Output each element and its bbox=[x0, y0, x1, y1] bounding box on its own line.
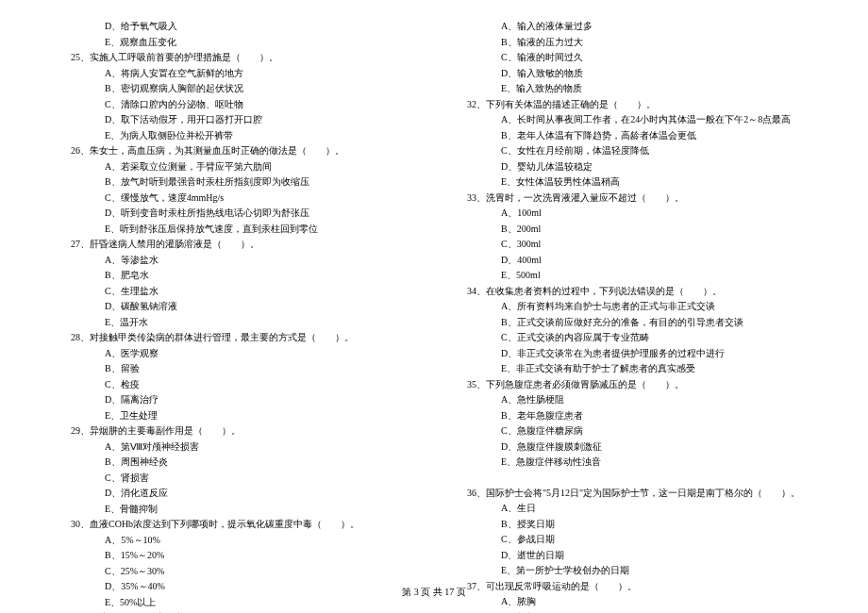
option: E、急腹症伴移动性浊音 bbox=[448, 455, 816, 471]
option: A、输入的液体量过多 bbox=[448, 19, 816, 35]
option: C、肾损害 bbox=[52, 471, 420, 487]
option: A、长时间从事夜间工作者，在24小时内其体温一般在下午2～8点最高 bbox=[448, 112, 816, 128]
option: B、输液的压力过大 bbox=[448, 35, 816, 51]
question-stem: 26、朱女士，高血压病，为其测量血压时正确的做法是（ ）。 bbox=[52, 143, 420, 159]
option: E、500ml bbox=[448, 268, 816, 284]
question-stem: 27、肝昏迷病人禁用的灌肠溶液是（ ）。 bbox=[52, 237, 420, 253]
option: D、听到变音时汞柱所指热线电话心切即为舒张压 bbox=[52, 206, 420, 222]
option: C、生理盐水 bbox=[52, 284, 420, 300]
option: B、密切观察病人胸部的起伏状况 bbox=[52, 81, 420, 97]
option: B、周围神经炎 bbox=[52, 455, 420, 471]
option: A、所有资料均来自护士与患者的正式与非正式交谈 bbox=[448, 299, 816, 315]
question-stem: 28、对接触甲类传染病的群体进行管理，最主要的方式是（ ）。 bbox=[52, 330, 420, 346]
option: D、400ml bbox=[448, 253, 816, 269]
question-stem: 34、在收集患者资料的过程中，下列说法错误的是（ ）。 bbox=[448, 284, 816, 300]
option: B、200ml bbox=[448, 222, 816, 238]
option: C、缓慢放气，速度4mmHg/s bbox=[52, 191, 420, 207]
option: A、医学观察 bbox=[52, 346, 420, 362]
option: B、正式交谈前应做好充分的准备，有目的的引导患者交谈 bbox=[448, 315, 816, 331]
option: A、急性肠梗阻 bbox=[448, 392, 816, 408]
question-stem: 36、国际护士会将"5月12日"定为国际护士节，这一日期是南丁格尔的（ ）。 bbox=[448, 486, 816, 502]
option: D、隔离治疗 bbox=[52, 392, 420, 408]
option: C、25%～30% bbox=[52, 564, 420, 580]
option: B、15%～20% bbox=[52, 548, 420, 564]
option: D、急腹症伴腹膜刺激征 bbox=[448, 439, 816, 456]
page-footer: 第 3 页 共 17 页 bbox=[0, 586, 868, 599]
option: B、老年急腹症患者 bbox=[448, 408, 816, 424]
option: C、女性在月经前期，体温轻度降低 bbox=[448, 143, 816, 159]
left-column: D、给予氧气吸入 E、观察血压变化 25、实施人工呼吸前首要的护理措施是（ ）。… bbox=[52, 19, 420, 613]
option: C、正式交谈的内容应属于专业范畴 bbox=[448, 330, 816, 346]
option: E、观察血压变化 bbox=[52, 35, 420, 51]
option: D、取下活动假牙，用开口器打开口腔 bbox=[52, 112, 420, 128]
option: E、为病人取侧卧位并松开裤带 bbox=[52, 128, 420, 144]
option: A、生日 bbox=[448, 501, 816, 517]
option: A、5%～10% bbox=[52, 533, 420, 549]
option: C、输液的时间过久 bbox=[448, 50, 816, 66]
option: D、婴幼儿体温较稳定 bbox=[448, 159, 816, 175]
option: D、逝世的日期 bbox=[448, 548, 816, 564]
question-stem: 30、血液COHb浓度达到下列哪项时，提示氧化碳重度中毒（ ）。 bbox=[52, 517, 420, 533]
option: C、急腹症伴糖尿病 bbox=[448, 423, 816, 439]
option: C、300ml bbox=[448, 237, 816, 253]
question-stem: 25、实施人工呼吸前首要的护理措施是（ ）。 bbox=[52, 50, 420, 66]
option: E、卫生处理 bbox=[52, 408, 420, 424]
option: A、100ml bbox=[448, 206, 816, 222]
right-column: A、输入的液体量过多 B、输液的压力过大 C、输液的时间过久 D、输入致敏的物质… bbox=[448, 19, 816, 613]
option: A、第Ⅷ对颅神经损害 bbox=[52, 439, 420, 456]
option: E、骨髓抑制 bbox=[52, 502, 420, 518]
option: E、非正式交谈有助于护士了解患者的真实感受 bbox=[448, 361, 816, 377]
option: E、输入致热的物质 bbox=[448, 81, 816, 97]
option: A、若采取立位测量，手臂应平第六肋间 bbox=[52, 159, 420, 175]
question-stem: 32、下列有关体温的描述正确的是（ ）。 bbox=[448, 97, 816, 113]
question-stem: 35、下列急腹症患者必须做胃肠减压的是（ ）。 bbox=[448, 377, 816, 393]
option: A、将病人安置在空气新鲜的地方 bbox=[52, 66, 420, 82]
option: C、清除口腔内的分泌物、呕吐物 bbox=[52, 97, 420, 113]
option: D、给予氧气吸入 bbox=[52, 19, 420, 35]
option: E、第一所护士学校创办的日期 bbox=[448, 563, 816, 579]
option: B、桶状胸 bbox=[448, 610, 816, 614]
question-stem: 29、异烟肼的主要毒副作用是（ ）。 bbox=[52, 423, 420, 439]
question-stem: 33、洗胃时，一次洗胃液灌入量应不超过（ ）。 bbox=[448, 191, 816, 207]
option: D、非正式交谈常在为患者提供护理服务的过程中进行 bbox=[448, 346, 816, 362]
option: E、温开水 bbox=[52, 315, 420, 331]
option: C、检疫 bbox=[52, 377, 420, 393]
option: E、听到舒张压后保持放气速度，直到汞柱回到零位 bbox=[52, 222, 420, 238]
option: C、参战日期 bbox=[448, 532, 816, 548]
option: D、碳酸氢钠溶液 bbox=[52, 299, 420, 315]
option: B、放气时听到最强音时汞柱所指刻度即为收缩压 bbox=[52, 174, 420, 191]
option: E、女性体温较男性体温稍高 bbox=[448, 174, 816, 191]
option: B、老年人体温有下降趋势，高龄者体温会更低 bbox=[448, 128, 816, 144]
option: B、肥皂水 bbox=[52, 268, 420, 284]
option: B、授奖日期 bbox=[448, 517, 816, 533]
option: B、留验 bbox=[52, 361, 420, 377]
option: A、等渗盐水 bbox=[52, 253, 420, 269]
option: D、输入致敏的物质 bbox=[448, 66, 816, 82]
option: D、消化道反应 bbox=[52, 486, 420, 502]
